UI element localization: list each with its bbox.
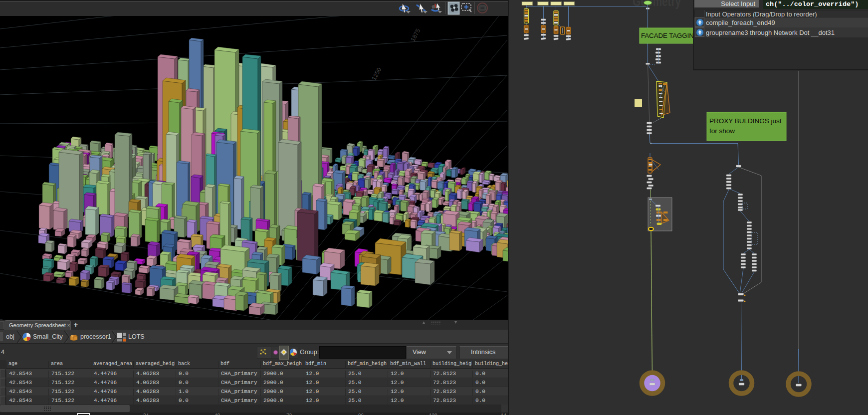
svg-text:Geometry: Geometry bbox=[633, 0, 681, 9]
svg-text:FACADE TAGGING: FACADE TAGGING bbox=[641, 32, 699, 39]
svg-text:PROXY BULDINGS just: PROXY BULDINGS just bbox=[709, 117, 782, 125]
svg-text:for show: for show bbox=[709, 127, 735, 135]
svg-text:1250: 1250 bbox=[370, 66, 383, 81]
svg-text:1875: 1875 bbox=[409, 27, 422, 42]
